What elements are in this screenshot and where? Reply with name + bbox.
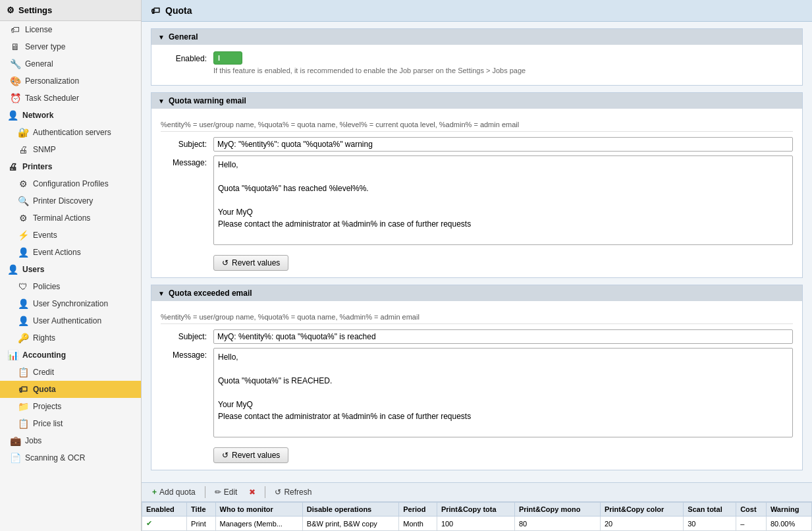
table-col-4: Period [399, 503, 437, 517]
warning-revert-icon: ↺ [222, 258, 229, 267]
exceeded-message-label: Message: [161, 348, 213, 360]
main-content: 🏷 Quota ▼ General Enabled: I If this fea… [142, 0, 812, 531]
sidebar-item-general[interactable]: 🔧General [0, 55, 141, 72]
sidebar-item-personalization[interactable]: 🎨Personalization [0, 72, 141, 90]
event-actions-icon: 👤 [17, 247, 29, 258]
sidebar-item-user-auth[interactable]: 👤User Authentication [0, 312, 141, 329]
price-list-icon: 📋 [17, 418, 29, 429]
sidebar-title: ⚙ Settings [0, 0, 141, 21]
terminal-actions-icon: ⚙ [17, 213, 29, 223]
exceeded-message-textarea[interactable] [213, 348, 793, 437]
add-quota-icon: + [152, 488, 157, 497]
quota-exceeded-section: ▼ Quota exceeded email %entity% = user/g… [151, 285, 803, 470]
sidebar-item-snmp[interactable]: 🖨SNMP [0, 141, 141, 158]
task-scheduler-icon: ⏰ [9, 93, 21, 103]
table-col-9: Cost [736, 503, 767, 517]
edit-button[interactable]: ✏ Edit [209, 486, 243, 499]
delete-button[interactable]: ✖ [244, 486, 261, 499]
quota-warning-header: ▼ Quota warning email [151, 93, 802, 109]
user-auth-icon: 👤 [17, 316, 29, 326]
table-body: ✔PrintManagers (Memb...B&W print, B&W co… [142, 517, 812, 531]
table-cell-0-1: Print [187, 517, 215, 531]
delete-icon: ✖ [249, 488, 256, 497]
sidebar-item-price-list[interactable]: 📋Price list [0, 415, 141, 432]
sidebar-item-policies[interactable]: 🛡Policies [0, 278, 141, 295]
warning-collapse-arrow[interactable]: ▼ [158, 98, 165, 105]
printer-discovery-icon: 🔍 [17, 196, 29, 206]
general-collapse-arrow[interactable]: ▼ [158, 34, 165, 41]
table-cell-0-10: 80.00% [766, 517, 811, 531]
table-cell-0-3: B&W print, B&W copy [302, 517, 398, 531]
quota-table-container: EnabledTitleWho to monitorDisable operat… [142, 502, 812, 531]
quota-table: EnabledTitleWho to monitorDisable operat… [142, 502, 812, 531]
toolbar-sep-1 [205, 486, 205, 498]
table-cell-0-4: Month [399, 517, 437, 531]
general-section: ▼ General Enabled: I If this feature is … [151, 28, 803, 86]
sidebar-item-task-scheduler[interactable]: ⏰Task Scheduler [0, 90, 141, 107]
table-col-2: Who to monitor [215, 503, 302, 517]
sidebar-item-server-type[interactable]: 🖥Server type [0, 38, 141, 55]
exceeded-revert-button[interactable]: ↺ Revert values [213, 447, 288, 463]
warning-revert-button[interactable]: ↺ Revert values [213, 255, 288, 271]
general-icon: 🔧 [9, 59, 21, 69]
quota-warning-body: %entity% = user/group name, %quota% = qu… [151, 109, 802, 277]
server-type-icon: 🖥 [9, 42, 21, 52]
personalization-icon: 🎨 [9, 76, 21, 86]
sidebar-item-printers[interactable]: 🖨Printers [0, 158, 141, 175]
page-header: 🏷 Quota [142, 0, 812, 22]
table-row: ✔PrintManagers (Memb...B&W print, B&W co… [142, 517, 812, 531]
users-icon: 👤 [7, 264, 18, 275]
sidebar-item-event-actions[interactable]: 👤Event Actions [0, 244, 141, 261]
sidebar-item-auth-servers[interactable]: 🔐Authentication servers [0, 124, 141, 141]
sidebar-item-quota[interactable]: 🏷Quota [0, 381, 141, 398]
table-col-6: Print&Copy mono [514, 503, 600, 517]
warning-message-label: Message: [161, 155, 213, 167]
sidebar-item-network[interactable]: 👤Network [0, 107, 141, 124]
user-sync-icon: 👤 [17, 298, 29, 309]
refresh-button[interactable]: ↺ Refresh [269, 486, 317, 499]
exceeded-subject-label: Subject: [161, 329, 213, 341]
quota-toolbar: + Add quota ✏ Edit ✖ ↺ Refresh [142, 482, 812, 502]
warning-message-textarea[interactable] [213, 155, 793, 245]
snmp-icon: 🖨 [17, 144, 29, 155]
exceeded-subject-input[interactable] [213, 329, 793, 344]
exceeded-subject-row: Subject: [161, 329, 793, 344]
quota-icon: 🏷 [17, 384, 29, 395]
edit-icon: ✏ [215, 488, 221, 497]
license-icon: 🏷 [9, 24, 21, 35]
exceeded-collapse-arrow[interactable]: ▼ [158, 290, 165, 297]
quota-exceeded-desc: %entity% = user/group name, %quota% = qu… [161, 310, 793, 324]
sidebar-item-rights[interactable]: 🔑Rights [0, 329, 141, 347]
sidebar: ⚙ Settings 🏷License🖥Server type🔧General🎨… [0, 0, 142, 531]
page-title: Quota [165, 5, 192, 16]
sidebar-item-scanning-ocr[interactable]: 📄Scanning & OCR [0, 449, 141, 466]
table-col-1: Title [187, 503, 215, 517]
table-cell-0-7: 20 [600, 517, 683, 531]
general-section-header: ▼ General [151, 29, 802, 45]
quota-warning-desc: %entity% = user/group name, %quota% = qu… [161, 118, 793, 132]
settings-icon: ⚙ [7, 5, 14, 15]
quota-warning-section: ▼ Quota warning email %entity% = user/gr… [151, 92, 803, 278]
sidebar-item-events[interactable]: ⚡Events [0, 227, 141, 244]
enabled-toggle[interactable]: I [213, 51, 242, 65]
warning-subject-input[interactable] [213, 137, 793, 152]
enabled-label: Enabled: [161, 51, 213, 63]
sidebar-item-accounting[interactable]: 📊Accounting [0, 347, 141, 364]
table-col-5: Print&Copy tota [437, 503, 514, 517]
warning-subject-label: Subject: [161, 137, 213, 149]
sidebar-item-terminal-actions[interactable]: ⚙Terminal Actions [0, 210, 141, 227]
table-col-10: Warning [766, 503, 811, 517]
sidebar-item-config-profiles[interactable]: ⚙Configuration Profiles [0, 175, 141, 192]
add-quota-button[interactable]: + Add quota [147, 486, 201, 499]
sidebar-item-jobs[interactable]: 💼Jobs [0, 432, 141, 449]
sidebar-item-user-sync[interactable]: 👤User Synchronization [0, 295, 141, 312]
warning-subject-row: Subject: [161, 137, 793, 152]
sidebar-item-credit[interactable]: 📋Credit [0, 364, 141, 381]
events-icon: ⚡ [17, 230, 29, 240]
sidebar-item-projects[interactable]: 📁Projects [0, 398, 141, 415]
sidebar-item-license[interactable]: 🏷License [0, 21, 141, 38]
sidebar-item-printer-discovery[interactable]: 🔍Printer Discovery [0, 192, 141, 210]
printers-icon: 🖨 [7, 161, 18, 172]
table-cell-0-0: ✔ [142, 517, 187, 531]
sidebar-item-users[interactable]: 👤Users [0, 261, 141, 278]
